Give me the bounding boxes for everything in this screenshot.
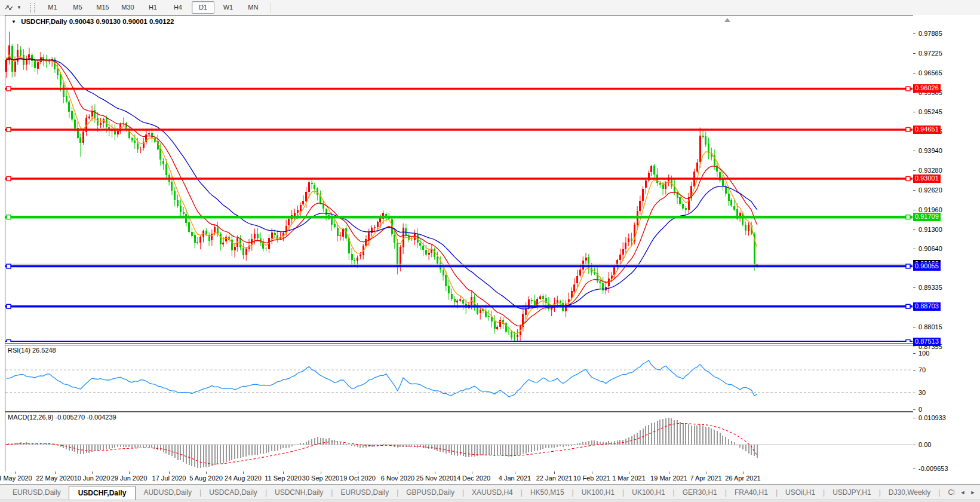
rsi-indicator-panel[interactable]: RSI(14) 26.5248 (5, 345, 914, 412)
rsi-tick-dash (913, 409, 916, 410)
date-tick-dash (243, 472, 244, 474)
date-tick-dash (321, 472, 321, 474)
price-tick-dash (913, 210, 916, 210)
date-tick-label: 26 Apr 2021 (725, 475, 760, 482)
price-tick-dash (913, 190, 916, 191)
price-tick-label: 0.97885 (918, 30, 942, 37)
chart-tab-usdchf-daily[interactable]: USDCHF,Daily (69, 486, 136, 500)
chart-tab-uk100-h1[interactable]: UK100,H1 (574, 486, 622, 499)
timeframe-button-m30[interactable]: M30 (116, 1, 139, 14)
price-tick-label: 0.93940 (918, 147, 942, 154)
main-chart-panel[interactable]: ▼ USDCHF,Daily 0.90043 0.90130 0.90001 0… (5, 15, 914, 344)
tab-scroll-left-button[interactable]: ◄ (959, 488, 967, 497)
date-tick-dash (358, 472, 358, 474)
chart-tab-uk100-h1[interactable]: UK100,H1 (624, 486, 672, 499)
timeframe-button-w1[interactable]: W1 (217, 1, 239, 14)
date-tick-dash (435, 472, 435, 474)
date-tick-label: 6 Nov 2020 (381, 475, 414, 482)
chart-shift-marker-icon[interactable] (724, 18, 730, 22)
hline-price-label: 0.90055 (913, 262, 941, 271)
timeframe-button-h4[interactable]: H4 (167, 1, 189, 14)
date-axis[interactable]: 4 May 202022 May 202010 Jun 202029 Jun 2… (0, 472, 980, 484)
price-tick-label: 0.97225 (918, 50, 942, 57)
chart-tool-dropdown-caret-icon[interactable]: ▼ (17, 5, 21, 10)
rsi-tick-label: 70 (918, 366, 926, 374)
chart-tab-hk50-m15[interactable]: HK50,M15 (523, 486, 572, 499)
chart-title: ▼ USDCHF,Daily 0.90043 0.90130 0.90001 0… (11, 18, 174, 25)
chart-tab-audusd-daily[interactable]: AUDUSD,Daily (136, 486, 199, 499)
rsi-tick-dash (913, 353, 916, 354)
price-tick-label: 0.95245 (918, 108, 942, 115)
rsi-tick-label: 0 (918, 406, 922, 413)
timeframe-buttons: M1M5M15M30H1H4D1W1MN (40, 1, 266, 14)
trading-platform-window: ▼ M1M5M15M30H1H4D1W1MN ▼ USDCHF,Daily 0.… (0, 0, 980, 502)
date-tick-dash (398, 472, 398, 474)
hline-price-label: 0.96026 (913, 84, 941, 93)
date-tick-label: 10 Jun 2020 (74, 475, 110, 482)
date-tick-dash (629, 472, 629, 474)
chart-tab-usoil-h1[interactable]: USOil,H1 (778, 486, 823, 499)
toolbar-separator (271, 2, 271, 13)
chart-tab-eurusd-daily[interactable]: EURUSD,Daily (333, 486, 397, 499)
date-tick-label: 14 Dec 2020 (453, 475, 490, 482)
date-tick-dash (743, 472, 744, 474)
price-tick-dash (913, 93, 916, 93)
price-tick-dash (913, 229, 916, 230)
timeframe-button-m1[interactable]: M1 (41, 1, 64, 14)
macd-tick-dash (913, 445, 916, 445)
chart-tab-dj30-weekly[interactable]: DJ30,Weekly (881, 486, 938, 499)
date-tick-label: 22 May 2020 (36, 475, 74, 482)
toolbar-drag-handle[interactable] (30, 3, 35, 13)
chart-tab-usdjpy-h1[interactable]: USDJPY,H1 (825, 486, 878, 499)
chart-arrows-glyph (4, 3, 14, 13)
chart-tab-eurusd-daily[interactable]: EURUSD,Daily (5, 486, 69, 499)
price-axis[interactable]: 0.978850.972250.965650.959050.952450.945… (913, 15, 980, 472)
chart-tool-icon[interactable] (2, 2, 16, 14)
timeframe-button-m5[interactable]: M5 (66, 1, 89, 14)
timeframe-toolbar: ▼ M1M5M15M30H1H4D1W1MN (0, 0, 980, 16)
chart-tab-ger30-h1[interactable]: GER30,H1 (675, 486, 725, 499)
date-tick-dash (92, 472, 93, 474)
chart-tab-usdcad-daily[interactable]: USDCAD,Daily (201, 486, 265, 499)
macd-name: MACD(12,26,9) (8, 414, 53, 421)
date-tick-dash (169, 472, 170, 474)
price-tick-label: 0.96565 (918, 69, 942, 76)
chart-title-caret-icon[interactable]: ▼ (11, 19, 16, 25)
price-tick-label: 0.93280 (918, 167, 942, 174)
timeframe-button-h1[interactable]: H1 (142, 1, 164, 14)
chart-title-ohlc: 0.90043 0.90130 0.90001 0.90122 (69, 18, 174, 25)
date-tick-label: 29 Jun 2020 (111, 475, 148, 482)
date-tick-label: 7 Apr 2021 (690, 475, 721, 482)
chart-tab-china300-h1[interactable]: CHINA300,H1 (940, 486, 954, 499)
tab-scroll-right-button[interactable]: ► (969, 488, 977, 497)
timeframe-button-d1[interactable]: D1 (192, 1, 214, 14)
price-tick-dash (913, 112, 916, 112)
rsi-chart[interactable] (5, 345, 913, 410)
timeframe-button-m15[interactable]: M15 (91, 1, 114, 14)
chart-tab-gbpusd-daily[interactable]: GBPUSD,Daily (398, 486, 462, 499)
hline-price-label: 0.87513 (913, 338, 941, 346)
chart-tab-xauusd-h4[interactable]: XAUUSD,H4 (464, 486, 521, 499)
date-tick-dash (554, 472, 555, 474)
rsi-tick-dash (913, 370, 916, 371)
price-tick-dash (913, 53, 916, 54)
macd-label: MACD(12,26,9) -0.005270 -0.004239 (8, 414, 116, 421)
date-tick-label: 4 Jan 2021 (499, 475, 531, 482)
rsi-value: 26.5248 (32, 347, 56, 354)
macd-tick-dash (913, 418, 916, 418)
macd-main-value: -0.005270 (55, 414, 85, 421)
macd-chart[interactable] (5, 412, 913, 471)
timeframe-button-mn[interactable]: MN (242, 1, 265, 14)
date-tick-label: 17 Jul 2020 (152, 475, 186, 482)
macd-indicator-panel[interactable]: MACD(12,26,9) -0.005270 -0.004239 (5, 412, 914, 473)
candlestick-chart[interactable] (5, 16, 913, 342)
price-tick-label: 0.90640 (918, 245, 942, 252)
date-tick-label: 10 Feb 2021 (573, 475, 610, 482)
chart-tab-fra40-h1[interactable]: FRA40,H1 (727, 486, 776, 499)
macd-tick-dash (913, 469, 916, 469)
rsi-tick-label: 100 (918, 350, 929, 357)
price-tick-dash (913, 287, 916, 288)
date-tick-label: 1 Mar 2021 (612, 475, 646, 482)
chart-tab-usdcnh-daily[interactable]: USDCNH,Daily (267, 486, 331, 499)
price-tick-dash (913, 327, 916, 327)
